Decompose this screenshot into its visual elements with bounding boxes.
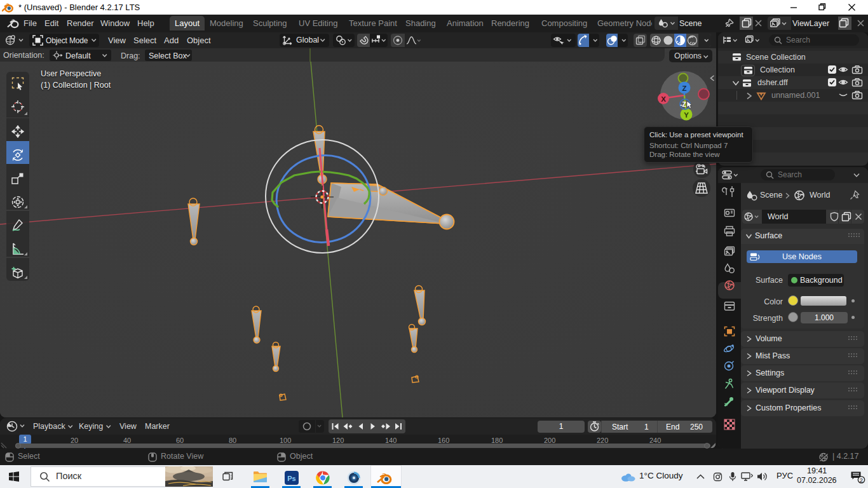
svg-text:-Z: -Z	[680, 101, 686, 108]
svg-text:Y: Y	[684, 111, 689, 119]
svg-text:2: 2	[860, 477, 863, 484]
svg-text:Ps: Ps	[287, 475, 295, 482]
svg-text:X: X	[661, 95, 666, 103]
svg-text:Z: Z	[682, 85, 686, 92]
